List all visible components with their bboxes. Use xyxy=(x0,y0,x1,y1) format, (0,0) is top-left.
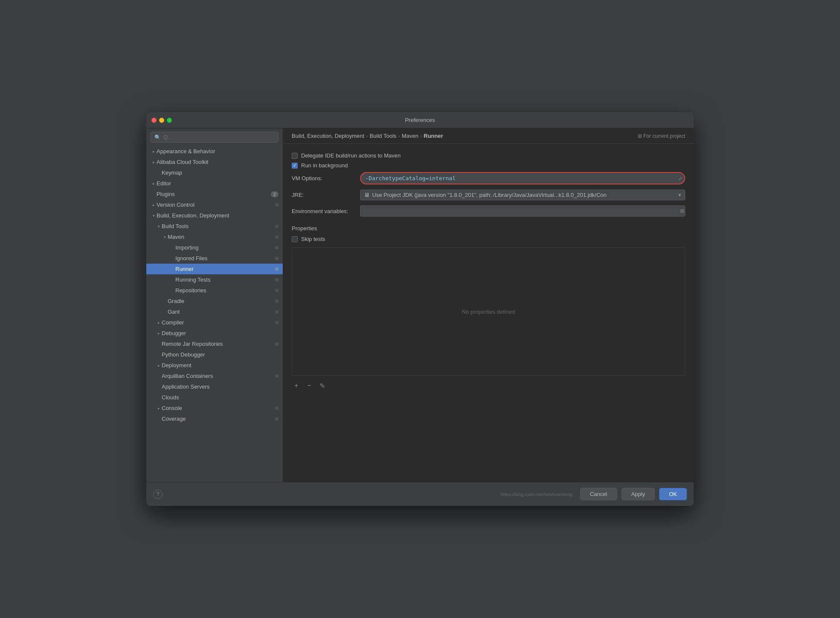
remove-property-button[interactable]: − xyxy=(305,381,314,390)
copy-icon: ⊞ xyxy=(275,309,278,314)
edit-property-button[interactable]: ✎ xyxy=(317,381,327,390)
spacer-icon xyxy=(162,309,168,315)
skip-tests-checkbox[interactable] xyxy=(292,236,298,242)
sidebar-item-importing[interactable]: Importing ⊞ xyxy=(146,242,283,253)
vm-options-input[interactable] xyxy=(360,172,685,184)
minimize-button[interactable] xyxy=(159,118,164,123)
sidebar-item-label: Compiler xyxy=(162,319,184,326)
copy-icon: ⊞ xyxy=(275,202,278,207)
jre-dropdown-arrow: ▾ xyxy=(678,192,681,198)
spacer-icon xyxy=(156,170,162,176)
properties-label: Properties xyxy=(292,225,685,232)
copy-icon: ⊞ xyxy=(275,416,278,421)
copy-icon: ⊞ xyxy=(275,320,278,325)
sidebar-item-runner[interactable]: Runner ⊞ xyxy=(146,264,283,274)
arrow-icon xyxy=(156,320,162,326)
spacer-icon xyxy=(156,352,162,358)
close-button[interactable] xyxy=(151,118,157,123)
ok-button[interactable]: OK xyxy=(659,488,687,500)
sidebar-item-label: Ignored Files xyxy=(175,255,207,261)
arrow-icon xyxy=(151,213,157,219)
sidebar-item-compiler[interactable]: Compiler ⊞ xyxy=(146,317,283,328)
sidebar-item-build-execution[interactable]: Build, Execution, Deployment xyxy=(146,210,283,221)
copy-icon: ⊞ xyxy=(275,256,278,261)
arrow-icon xyxy=(151,159,157,165)
sidebar-item-arquillian[interactable]: Arquillian Containers ⊞ xyxy=(146,371,283,381)
sidebar-item-label: Runner xyxy=(175,266,194,272)
sidebar-item-plugins[interactable]: Plugins 2 xyxy=(146,189,283,199)
copy-icon: ⊞ xyxy=(275,224,278,229)
help-button[interactable]: ? xyxy=(153,490,163,499)
sidebar: 🔍 Appearance & Behavior Alibaba Cloud To… xyxy=(146,128,283,482)
jre-value: Use Project JDK (java version "1.8.0_201… xyxy=(372,192,606,198)
sidebar-item-remote-jar[interactable]: Remote Jar Repositories ⊞ xyxy=(146,339,283,349)
sidebar-item-gradle[interactable]: Gradle ⊞ xyxy=(146,296,283,306)
maximize-button[interactable] xyxy=(167,118,172,123)
vm-expand-icon[interactable]: ⤢ xyxy=(678,175,683,181)
window-title: Preferences xyxy=(405,117,435,123)
sidebar-item-ignored-files[interactable]: Ignored Files ⊞ xyxy=(146,253,283,264)
arrow-icon xyxy=(151,202,157,208)
sidebar-item-build-tools[interactable]: Build Tools ⊞ xyxy=(146,221,283,232)
vm-options-wrapper: ⤢ xyxy=(360,172,685,184)
sidebar-item-maven[interactable]: Maven ⊞ xyxy=(146,232,283,242)
sidebar-item-version-control[interactable]: Version Control ⊞ xyxy=(146,199,283,210)
main-content: 🔍 Appearance & Behavior Alibaba Cloud To… xyxy=(146,128,694,482)
copy-icon: ⊞ xyxy=(275,288,278,293)
copy-icon: ⊞ xyxy=(275,406,278,410)
sidebar-item-alibaba[interactable]: Alibaba Cloud Toolkit xyxy=(146,157,283,167)
preferences-window: Preferences 🔍 Appearance & Behavior Alib… xyxy=(146,112,694,506)
sidebar-item-clouds[interactable]: Clouds xyxy=(146,392,283,403)
sidebar-item-python-debugger[interactable]: Python Debugger xyxy=(146,349,283,360)
bottom-bar: ? https://blog.csdn.net/heshuncheng Canc… xyxy=(146,482,694,506)
add-property-button[interactable]: + xyxy=(292,381,301,390)
arrow-icon xyxy=(162,234,168,240)
arrow-icon xyxy=(156,405,162,411)
delegate-label: Delegate IDE build/run actions to Maven xyxy=(301,152,401,159)
sidebar-item-deployment[interactable]: Deployment xyxy=(146,360,283,371)
breadcrumb-sep-2: › xyxy=(398,133,400,139)
search-input[interactable] xyxy=(163,134,275,140)
sidebar-item-label: Version Control xyxy=(157,202,195,208)
run-in-background-row: Run in background xyxy=(292,162,685,169)
cancel-button[interactable]: Cancel xyxy=(580,488,617,500)
run-in-background-checkbox[interactable] xyxy=(292,163,298,169)
spacer-icon xyxy=(169,288,175,294)
search-box[interactable]: 🔍 xyxy=(151,132,278,143)
sidebar-item-label: Running Tests xyxy=(175,276,210,283)
sidebar-item-label: Alibaba Cloud Toolkit xyxy=(157,159,208,165)
sidebar-item-running-tests[interactable]: Running Tests ⊞ xyxy=(146,274,283,285)
sidebar-item-label: Arquillian Containers xyxy=(162,373,213,379)
sidebar-item-keymap[interactable]: Keymap xyxy=(146,167,283,178)
bottom-right: https://blog.csdn.net/heshuncheng Cancel… xyxy=(501,488,687,500)
sidebar-item-editor[interactable]: Editor xyxy=(146,178,283,189)
copy-icon: ⊞ xyxy=(275,277,278,282)
sidebar-item-console[interactable]: Console ⊞ xyxy=(146,403,283,413)
delegate-checkbox[interactable] xyxy=(292,153,298,159)
sidebar-item-label: Build Tools xyxy=(162,223,189,229)
jre-select[interactable]: 🖥 Use Project JDK (java version "1.8.0_2… xyxy=(360,190,685,200)
env-expand-icon[interactable]: ⊞ xyxy=(680,208,684,214)
sidebar-item-repositories[interactable]: Repositories ⊞ xyxy=(146,285,283,296)
arrow-icon xyxy=(156,330,162,336)
title-bar: Preferences xyxy=(146,112,694,128)
search-icon: 🔍 xyxy=(154,134,161,140)
apply-button[interactable]: Apply xyxy=(621,488,655,500)
sidebar-item-label: Importing xyxy=(175,244,198,251)
spacer-icon xyxy=(156,384,162,390)
spacer-icon xyxy=(156,395,162,401)
jre-label: JRE: xyxy=(292,192,360,198)
env-input[interactable] xyxy=(360,205,685,217)
copy-icon: ⊞ xyxy=(275,245,278,250)
sidebar-item-coverage[interactable]: Coverage ⊞ xyxy=(146,413,283,424)
arrow-icon xyxy=(151,181,157,187)
sidebar-item-appearance-behavior[interactable]: Appearance & Behavior xyxy=(146,146,283,157)
breadcrumb-part-1: Build, Execution, Deployment xyxy=(292,133,364,139)
vm-options-label: VM Options: xyxy=(292,175,360,181)
sidebar-item-gant[interactable]: Gant ⊞ xyxy=(146,306,283,317)
sidebar-item-debugger[interactable]: Debugger xyxy=(146,328,283,339)
table-toolbar: + − ✎ xyxy=(292,381,685,390)
url-text: https://blog.csdn.net/heshuncheng xyxy=(501,492,573,497)
sidebar-item-application-servers[interactable]: Application Servers xyxy=(146,381,283,392)
spacer-icon xyxy=(156,341,162,347)
